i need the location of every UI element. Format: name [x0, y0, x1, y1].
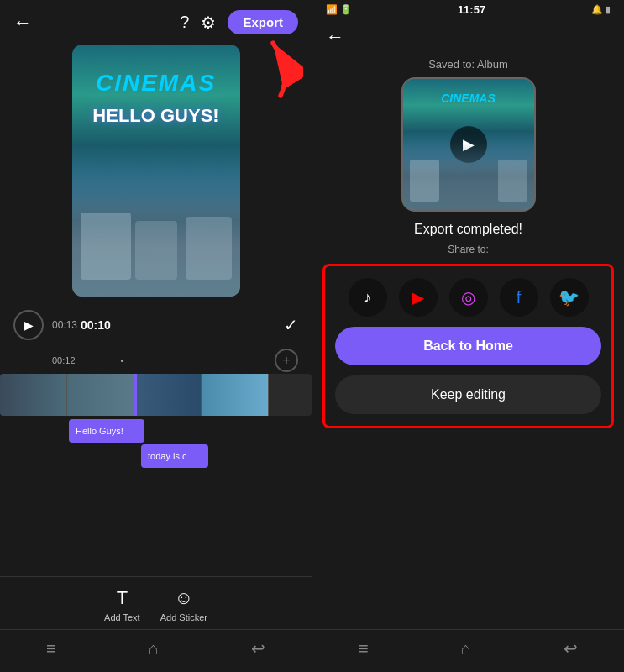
hello-guys-text: HELLO GUYS!	[92, 105, 218, 127]
left-nav-home[interactable]: ⌂	[149, 639, 159, 659]
timeline-time-end: •	[121, 355, 124, 365]
right-nav-menu[interactable]: ≡	[359, 639, 369, 659]
time-total: 00:13	[52, 319, 77, 331]
text-track-2: today is c	[0, 444, 312, 468]
left-nav-menu[interactable]: ≡	[46, 639, 56, 659]
status-left: 📶 🔋	[326, 4, 352, 15]
settings-icon[interactable]: ⚙	[201, 13, 216, 33]
highlight-box: ♪ ▶ ◎ f 🐦 Back to Home Keep editing	[322, 264, 614, 428]
time-labels: 00:12 • +	[0, 347, 312, 374]
video-preview: CINEMAS HELLO GUYS!	[72, 45, 240, 297]
timeline-area: Hello Guys! today is c	[0, 374, 312, 576]
text-track: Hello Guys!	[0, 419, 312, 443]
bottom-tools: T Add Text ☺ Add Sticker	[0, 576, 312, 629]
status-bar: 📶 🔋 11:57 🔔 ▮	[312, 0, 624, 19]
track-segment-2	[67, 374, 134, 416]
time-current: 00:10	[81, 318, 111, 332]
youtube-icon: ▶	[412, 287, 424, 307]
add-text-label: Add Text	[104, 612, 140, 622]
right-nav-home[interactable]: ⌂	[461, 639, 471, 659]
help-icon[interactable]: ?	[180, 13, 189, 32]
playback-controls: ▶ 00:13 00:10 ✓	[0, 303, 312, 347]
add-sticker-label: Add Sticker	[160, 612, 207, 622]
instagram-share-button[interactable]: ◎	[449, 278, 488, 317]
twitter-icon: 🐦	[558, 287, 579, 307]
cinemas-text: CINEMAS	[96, 70, 216, 97]
header-icons: ? ⚙ Export	[180, 10, 298, 34]
thumb-cinemas: CINEMAS	[403, 92, 534, 105]
export-completed-text: Export completed!	[312, 222, 624, 237]
timeline-time-mid: 00:12	[52, 355, 76, 365]
track-segment-3	[134, 374, 202, 416]
status-right: 🔔 ▮	[591, 4, 611, 15]
right-panel: 📶 🔋 11:57 🔔 ▮ ← Saved to: Album CINEMAS …	[312, 0, 624, 672]
left-back-button[interactable]: ←	[13, 12, 32, 34]
twitter-share-button[interactable]: 🐦	[550, 278, 589, 317]
tiktok-icon: ♪	[364, 289, 371, 307]
share-icons-row: ♪ ▶ ◎ f 🐦	[335, 278, 601, 317]
right-back-button[interactable]: ←	[312, 19, 624, 55]
left-nav-back[interactable]: ↩	[251, 638, 265, 659]
keep-editing-button[interactable]: Keep editing	[335, 375, 601, 414]
saved-label: Saved to: Album	[312, 55, 624, 77]
facebook-share-button[interactable]: f	[500, 278, 538, 317]
time-display: 00:13 00:10	[52, 318, 111, 332]
right-nav-back[interactable]: ↩	[564, 638, 578, 659]
video-track	[0, 374, 312, 416]
text-icon: T	[117, 587, 128, 609]
right-nav-bar: ≡ ⌂ ↩	[312, 629, 624, 672]
confirm-icon[interactable]: ✓	[284, 315, 298, 335]
sticker-icon: ☺	[175, 587, 193, 609]
left-panel: ← ? ⚙ Export CINEMAS HELLO GUYS!	[0, 0, 312, 672]
play-button[interactable]: ▶	[13, 310, 44, 340]
text-clip-2[interactable]: today is c	[141, 444, 208, 468]
left-header: ← ? ⚙ Export	[0, 0, 312, 45]
status-time: 11:57	[458, 3, 485, 16]
share-label: Share to:	[312, 244, 624, 255]
add-text-tool[interactable]: T Add Text	[104, 587, 140, 622]
track-segment-4	[202, 374, 269, 416]
left-nav-bar: ≡ ⌂ ↩	[0, 629, 312, 672]
back-to-home-button[interactable]: Back to Home	[335, 327, 601, 365]
export-button[interactable]: Export	[228, 10, 298, 34]
tiktok-share-button[interactable]: ♪	[349, 278, 387, 317]
youtube-share-button[interactable]: ▶	[399, 278, 438, 317]
instagram-icon: ◎	[461, 287, 475, 307]
export-thumbnail: CINEMAS ▶	[401, 77, 536, 212]
text-clip-1[interactable]: Hello Guys!	[69, 419, 144, 443]
add-segment-button[interactable]: +	[275, 349, 298, 372]
track-segment-1	[0, 374, 67, 416]
add-sticker-tool[interactable]: ☺ Add Sticker	[160, 587, 207, 622]
facebook-icon: f	[517, 288, 522, 307]
